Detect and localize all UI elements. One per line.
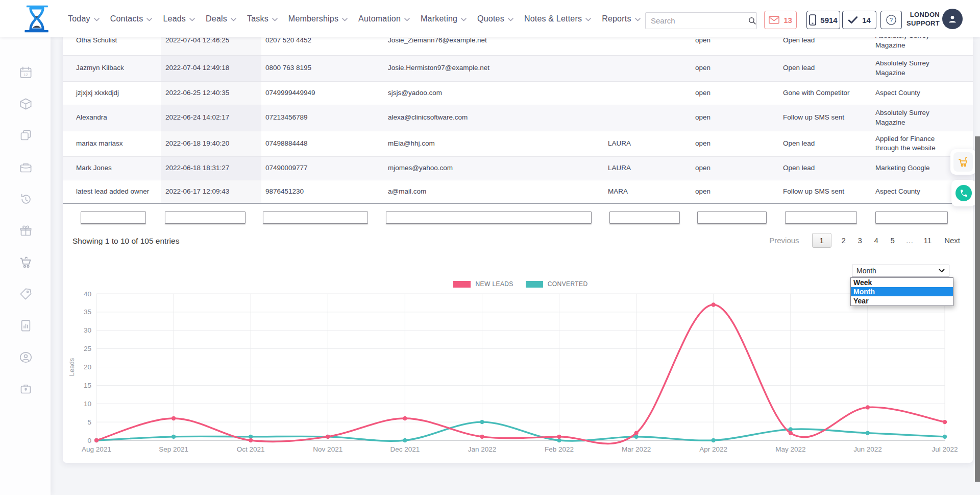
history-icon[interactable] bbox=[19, 192, 33, 206]
svg-text:?: ? bbox=[890, 17, 893, 23]
svg-text:40: 40 bbox=[84, 290, 91, 298]
cell-source: Absolutely Surrey Magazine bbox=[871, 105, 973, 131]
nav-item-marketing[interactable]: Marketing bbox=[421, 14, 467, 23]
nav-item-automation[interactable]: Automation bbox=[358, 14, 410, 23]
svg-text:12: 12 bbox=[23, 73, 28, 77]
cart-fab-button[interactable] bbox=[950, 149, 976, 175]
gift-icon[interactable] bbox=[19, 224, 33, 238]
calls-badge[interactable]: 5914 bbox=[806, 11, 840, 29]
pagination-next[interactable]: Next bbox=[944, 236, 960, 245]
table-row[interactable]: jzjxjxj xkxkdjdj2022-06-25 12:40:3507499… bbox=[63, 82, 973, 105]
table-row[interactable]: Alexandra2022-06-24 14:02:1707213456789a… bbox=[63, 105, 973, 131]
briefcase-icon[interactable] bbox=[19, 382, 33, 395]
cell-lead_status: Open lead bbox=[779, 37, 871, 55]
nav-item-tasks[interactable]: Tasks bbox=[247, 14, 278, 23]
cell-phone: 0800 763 8195 bbox=[261, 56, 384, 81]
svg-text:10: 10 bbox=[84, 400, 91, 408]
tasks-badge[interactable]: 14 bbox=[842, 11, 876, 29]
cell-name: latest lead added owner bbox=[63, 180, 161, 203]
leads-chart: 0510152025303540Aug 2021Sep 2021Oct 2021… bbox=[63, 272, 973, 463]
nav-item-label: Quotes bbox=[477, 14, 504, 23]
cart-icon[interactable] bbox=[19, 255, 33, 269]
chevron-down-icon bbox=[635, 18, 641, 21]
column-filter-input[interactable] bbox=[386, 211, 592, 224]
nav-item-label: Memberships bbox=[288, 14, 338, 23]
column-filter-input[interactable] bbox=[81, 211, 146, 224]
pagination-page-4[interactable]: 4 bbox=[873, 236, 879, 245]
cell-name: Otha Schulist bbox=[63, 37, 161, 55]
period-option-year[interactable]: Year bbox=[851, 296, 953, 305]
page: 12 Otha Schulist2022-07-04 12:46:250207 … bbox=[0, 0, 980, 495]
payments-icon[interactable] bbox=[19, 160, 33, 174]
column-filter-input[interactable] bbox=[263, 211, 368, 224]
search-input[interactable] bbox=[646, 16, 748, 25]
vertical-scrollbar[interactable] bbox=[975, 136, 980, 482]
messages-badge[interactable]: 13 bbox=[764, 11, 797, 29]
period-select-value: Month bbox=[856, 267, 876, 275]
svg-text:35: 35 bbox=[84, 308, 91, 316]
tasks-count: 14 bbox=[862, 16, 871, 25]
mail-icon bbox=[769, 16, 779, 24]
cell-email: a@mail.com bbox=[384, 180, 604, 203]
svg-text:Dec 2021: Dec 2021 bbox=[390, 445, 420, 453]
svg-text:Jan 2022: Jan 2022 bbox=[468, 445, 497, 453]
period-select[interactable]: Month bbox=[852, 265, 949, 277]
cell-lead_status: Follow up SMS sent bbox=[779, 180, 871, 203]
nav-item-label: Tasks bbox=[247, 14, 268, 23]
user-name[interactable]: LONDON SUPPORT bbox=[897, 10, 940, 28]
report-icon[interactable] bbox=[19, 319, 33, 333]
nav-item-notes-letters[interactable]: Notes & Letters bbox=[524, 14, 591, 23]
svg-text:Jul 2022: Jul 2022 bbox=[932, 445, 958, 453]
svg-text:5: 5 bbox=[87, 418, 91, 426]
pagination-page-5[interactable]: 5 bbox=[890, 236, 896, 245]
cell-date: 2022-06-17 12:09:43 bbox=[161, 180, 261, 203]
column-filter-input[interactable] bbox=[165, 211, 246, 224]
period-option-month[interactable]: Month bbox=[851, 287, 953, 296]
table-row[interactable]: Otha Schulist2022-07-04 12:46:250207 520… bbox=[63, 37, 973, 56]
nav-item-deals[interactable]: Deals bbox=[206, 14, 236, 23]
pagination-page-11[interactable]: 11 bbox=[924, 236, 932, 245]
nav-item-contacts[interactable]: Contacts bbox=[110, 14, 153, 23]
package-icon[interactable] bbox=[19, 97, 33, 111]
pagination-page-1[interactable]: 1 bbox=[812, 233, 831, 248]
cell-status: open bbox=[691, 180, 779, 203]
chevron-down-icon bbox=[189, 18, 195, 21]
pagination-page-2[interactable]: 2 bbox=[841, 236, 847, 245]
period-option-week[interactable]: Week bbox=[851, 278, 953, 287]
table-row[interactable]: Jazmyn Kilback2022-07-04 12:49:180800 76… bbox=[63, 56, 973, 82]
pagination-previous[interactable]: Previous bbox=[769, 236, 799, 245]
nav-item-today[interactable]: Today bbox=[68, 14, 100, 23]
account-icon[interactable] bbox=[19, 350, 33, 364]
search-icon[interactable] bbox=[748, 16, 756, 25]
table-row[interactable]: latest lead added owner2022-06-17 12:09:… bbox=[63, 180, 973, 204]
cell-status: open bbox=[691, 56, 779, 81]
pagination-page-3[interactable]: 3 bbox=[857, 236, 863, 245]
table-row[interactable]: mariax mariasx2022-06-18 19:40:200749888… bbox=[63, 131, 973, 157]
pagination: Previous12345…11Next bbox=[769, 233, 960, 248]
hourglass-logo-icon[interactable] bbox=[22, 5, 51, 33]
cell-email: sjsjs@yadoo.com bbox=[384, 82, 604, 105]
user-avatar-icon[interactable] bbox=[942, 9, 963, 29]
column-filter-input[interactable] bbox=[697, 211, 767, 224]
column-filter-input[interactable] bbox=[785, 211, 857, 224]
svg-text:Nov 2021: Nov 2021 bbox=[313, 445, 342, 453]
copy-icon[interactable] bbox=[19, 128, 33, 142]
phone-icon bbox=[955, 185, 972, 201]
chevron-down-icon bbox=[94, 18, 100, 21]
column-filter-input[interactable] bbox=[875, 211, 948, 224]
cell-name: mariax mariasx bbox=[63, 131, 161, 157]
calendar-icon[interactable]: 12 bbox=[19, 65, 33, 79]
table-row[interactable]: Mark Jones2022-06-18 18:31:2707490009777… bbox=[63, 157, 973, 180]
price-tag-icon[interactable] bbox=[19, 287, 33, 301]
nav-item-leads[interactable]: Leads bbox=[163, 14, 195, 23]
nav-item-reports[interactable]: Reports bbox=[602, 14, 640, 23]
column-filter-input[interactable] bbox=[609, 211, 680, 224]
pagination-ellipsis: … bbox=[906, 236, 914, 245]
svg-text:30: 30 bbox=[84, 326, 91, 334]
nav-item-label: Marketing bbox=[421, 14, 457, 23]
nav-item-memberships[interactable]: Memberships bbox=[288, 14, 348, 23]
cell-owner bbox=[604, 105, 691, 131]
phone-fab-button[interactable] bbox=[951, 180, 976, 206]
nav-item-quotes[interactable]: Quotes bbox=[477, 14, 513, 23]
cell-owner bbox=[604, 37, 691, 55]
